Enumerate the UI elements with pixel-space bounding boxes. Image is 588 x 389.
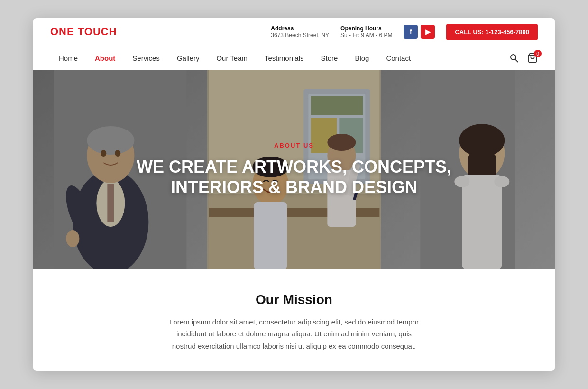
nav-link-blog[interactable]: Blog xyxy=(346,46,377,70)
hours-value: Su - Fr: 9 AM - 6 PM xyxy=(340,32,392,38)
address-block: Address 3673 Beech Street, NY xyxy=(271,25,329,38)
nav-link-store[interactable]: Store xyxy=(312,46,347,70)
search-icon xyxy=(509,53,519,63)
social-icons: f ▶ xyxy=(404,25,435,39)
nav-link-testimonials[interactable]: Testimonials xyxy=(256,46,312,70)
address-value: 3673 Beech Street, NY xyxy=(271,32,329,38)
facebook-icon[interactable]: f xyxy=(404,25,418,39)
mission-section: Our Mission Lorem ipsum dolor sit amet, … xyxy=(33,269,555,371)
call-button[interactable]: CALL US: 1-123-456-7890 xyxy=(446,24,538,40)
logo-one: ONE xyxy=(50,26,74,37)
nav-link-gallery[interactable]: Gallery xyxy=(168,46,208,70)
nav-item-blog[interactable]: Blog xyxy=(346,46,377,70)
nav-link-home[interactable]: Home xyxy=(50,46,86,70)
nav-item-gallery[interactable]: Gallery xyxy=(168,46,208,70)
nav-item-about[interactable]: About xyxy=(86,46,124,70)
top-right: Address 3673 Beech Street, NY Opening Ho… xyxy=(271,24,538,40)
nav-link-services[interactable]: Services xyxy=(124,46,168,70)
mission-text: Lorem ipsum dolor sit amet, consectetur … xyxy=(166,316,422,352)
nav-right: 0 xyxy=(509,53,538,63)
nav-item-store[interactable]: Store xyxy=(312,46,347,70)
cart-button[interactable]: 0 xyxy=(527,53,538,63)
mission-title: Our Mission xyxy=(71,292,517,307)
nav-item-our-team[interactable]: Our Team xyxy=(208,46,256,70)
hours-label: Opening Hours xyxy=(340,25,392,32)
hero-about-label: ABOUT US xyxy=(274,142,314,149)
hero-overlay: ABOUT US WE CREATE ARTWORKS, CONCEPTS, I… xyxy=(33,70,555,269)
nav-item-services[interactable]: Services xyxy=(124,46,168,70)
youtube-icon[interactable]: ▶ xyxy=(421,25,435,39)
hero-title: WE CREATE ARTWORKS, CONCEPTS, INTERIORS … xyxy=(137,157,451,197)
nav-bar: Home About Services Gallery Our Team Tes… xyxy=(33,46,555,70)
nav-links: Home About Services Gallery Our Team Tes… xyxy=(50,46,419,70)
hours-block: Opening Hours Su - Fr: 9 AM - 6 PM xyxy=(340,25,392,38)
nav-item-testimonials[interactable]: Testimonials xyxy=(256,46,312,70)
hero-title-line1: WE CREATE ARTWORKS, CONCEPTS, xyxy=(137,157,451,176)
logo: ONE TOUCH xyxy=(50,26,117,38)
nav-item-contact[interactable]: Contact xyxy=(377,46,419,70)
address-label: Address xyxy=(271,25,329,32)
search-button[interactable] xyxy=(509,53,519,63)
nav-item-home[interactable]: Home xyxy=(50,46,86,70)
nav-link-our-team[interactable]: Our Team xyxy=(208,46,256,70)
svg-line-1 xyxy=(515,59,518,62)
browser-window: ONE TOUCH Address 3673 Beech Street, NY … xyxy=(33,18,555,371)
nav-link-contact[interactable]: Contact xyxy=(377,46,419,70)
cart-badge: 0 xyxy=(534,50,542,57)
nav-link-about[interactable]: About xyxy=(86,46,124,70)
logo-touch: TOUCH xyxy=(78,26,117,37)
hero-section: ABOUT US WE CREATE ARTWORKS, CONCEPTS, I… xyxy=(33,70,555,269)
top-bar: ONE TOUCH Address 3673 Beech Street, NY … xyxy=(33,18,555,46)
hero-title-line2: INTERIORS & BRAND DESIGN xyxy=(171,177,417,197)
